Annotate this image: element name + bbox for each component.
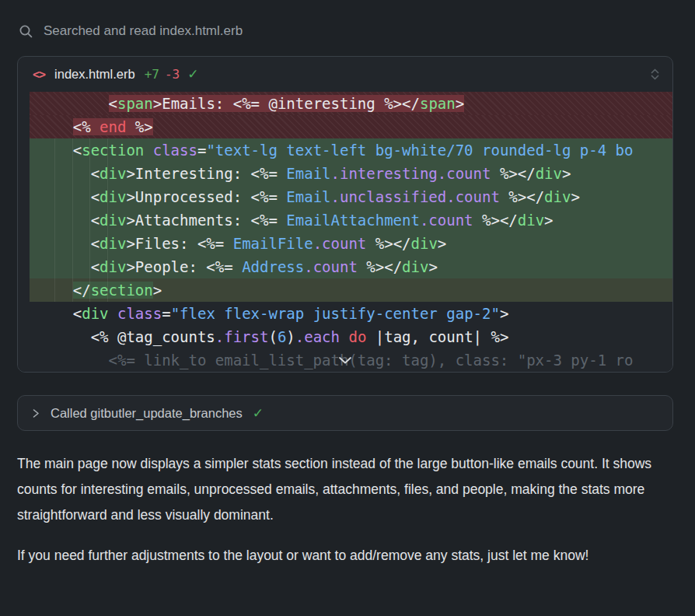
assistant-paragraph-1: The main page now displays a simpler sta…	[17, 451, 675, 528]
code-line: <div>Interesting: <%= Email.interesting.…	[30, 162, 672, 185]
code-panel-header: <> index.html.erb +7 -3 ✓	[18, 57, 672, 92]
code-line: <% @tag_counts.first(6).each do |tag, co…	[30, 325, 672, 348]
code-line: <div class="flex flex-wrap justify-cente…	[30, 302, 672, 325]
code-line: <div>Unprocessed: <%= Email.unclassified…	[30, 185, 672, 208]
code-line: <% end %>	[30, 115, 672, 138]
diff-success-check-icon: ✓	[187, 66, 198, 82]
expand-collapse-icon[interactable]	[650, 68, 660, 81]
diff-code[interactable]: <span>Emails: <%= @interesting %></span>…	[18, 92, 672, 372]
scroll-down-chevron-icon[interactable]	[338, 348, 352, 371]
tool-success-check-icon: ✓	[253, 405, 264, 422]
code-line: <section class="text-lg text-left bg-whi…	[30, 138, 672, 162]
tool-call-row[interactable]: Called gitbutler_update_branches ✓	[17, 395, 673, 431]
code-diff-panel: <> index.html.erb +7 -3 ✓ <span>Emails: …	[17, 56, 673, 373]
code-line: <div>Attachments: <%= EmailAttachment.co…	[30, 208, 672, 232]
search-icon	[19, 24, 33, 39]
code-line: <div>Files: <%= EmailFile.count %></div>	[30, 232, 672, 255]
diff-deletions-count: -3	[165, 67, 180, 82]
code-line: </section>	[30, 278, 672, 302]
diff-filename: index.html.erb	[54, 67, 135, 82]
code-line: <span>Emails: <%= @interesting %></span>	[30, 92, 672, 115]
code-line: <div>People: <%= Address.count %></div>	[30, 255, 672, 278]
status-header: Searched and read index.html.erb	[19, 23, 673, 39]
assistant-paragraph-2: If you need further adjustments to the l…	[17, 543, 675, 569]
tool-call-label: Called gitbutler_update_branches	[51, 406, 243, 421]
status-header-label: Searched and read index.html.erb	[44, 23, 243, 39]
code-file-icon: <>	[33, 68, 45, 82]
diff-additions-count: +7	[145, 67, 159, 82]
page-root: { "status_header": { "label": "Searched …	[0, 0, 695, 616]
chevron-right-icon	[31, 408, 40, 418]
